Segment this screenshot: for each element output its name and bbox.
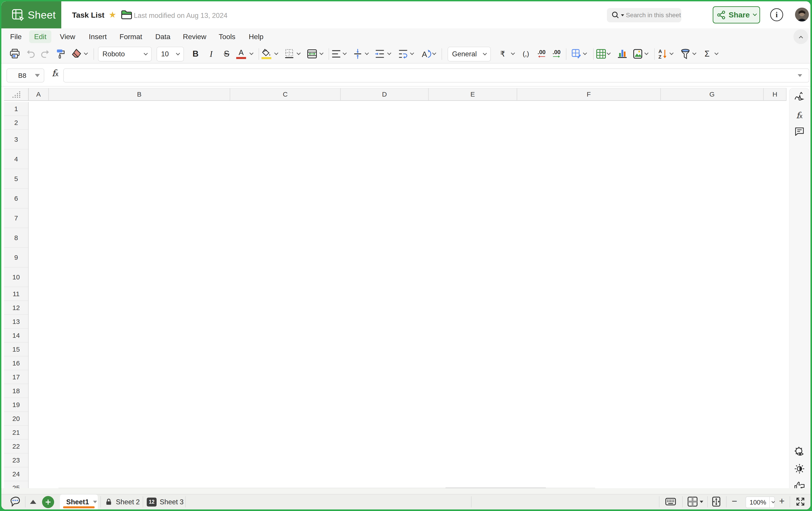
row-header-6[interactable]: 6 <box>4 189 29 208</box>
font-family-select[interactable]: Roboto <box>98 47 152 61</box>
row-header-9[interactable]: 9 <box>4 248 29 267</box>
fit-to-screen-button[interactable] <box>710 495 722 508</box>
freeze-panes-button[interactable] <box>687 495 699 508</box>
chart-button[interactable] <box>616 48 628 60</box>
conditional-format-button[interactable] <box>571 48 582 60</box>
comments-panel-button[interactable] <box>9 495 21 508</box>
column-header-B[interactable]: B <box>49 88 230 101</box>
menu-data[interactable]: Data <box>150 30 175 43</box>
zoom-level-select[interactable]: 100% <box>746 497 775 508</box>
bold-button[interactable]: B <box>193 49 199 59</box>
menu-format[interactable]: Format <box>115 30 147 43</box>
currency-button[interactable]: ₹ <box>500 50 505 58</box>
sheet-tab-menu-arrow[interactable] <box>93 501 97 503</box>
search-input[interactable]: Search in this sheet <box>607 8 682 22</box>
undo-button[interactable] <box>25 48 36 60</box>
fill-color-chevron[interactable] <box>275 53 278 55</box>
row-header-16[interactable]: 16 <box>4 356 29 370</box>
italic-button[interactable]: I <box>210 49 212 59</box>
row-header-4[interactable]: 4 <box>4 149 29 169</box>
favorite-star-icon[interactable]: ★ <box>109 10 116 20</box>
sheet-tab-active[interactable]: Sheet1 <box>60 494 98 509</box>
row-header-7[interactable]: 7 <box>4 208 29 228</box>
table-button[interactable] <box>595 48 607 60</box>
strikethrough-button[interactable]: S <box>224 49 230 59</box>
cell-reference-dropdown[interactable] <box>35 74 40 77</box>
clear-format-chevron[interactable] <box>85 53 87 55</box>
avatar[interactable] <box>795 8 809 22</box>
row-header-12[interactable]: 12 <box>4 301 29 315</box>
column-header-E[interactable]: E <box>429 88 517 101</box>
freeze-panes-arrow[interactable] <box>700 501 703 503</box>
zoom-in-button[interactable]: + <box>779 496 785 507</box>
sum-chevron[interactable] <box>715 53 718 55</box>
menu-tools[interactable]: Tools <box>214 30 240 43</box>
row-header-3[interactable]: 3 <box>4 130 29 149</box>
filter-button[interactable] <box>679 48 691 60</box>
row-header-15[interactable]: 15 <box>4 342 29 356</box>
filter-chevron[interactable] <box>693 53 696 55</box>
conditional-format-chevron[interactable] <box>584 53 586 55</box>
borders-button[interactable] <box>283 48 295 60</box>
row-header-21[interactable]: 21 <box>4 426 29 440</box>
column-header-H[interactable]: H <box>764 88 786 101</box>
row-header-24[interactable]: 24 <box>4 467 29 481</box>
sort-button[interactable]: AZ <box>657 48 669 60</box>
vertical-align-chevron[interactable] <box>366 53 369 55</box>
formula-history-dropdown[interactable] <box>798 74 802 77</box>
fill-color-button[interactable] <box>261 49 271 59</box>
sheet-tab-2[interactable]: Sheet 2 <box>105 494 140 509</box>
indent-button[interactable] <box>374 48 386 60</box>
image-button[interactable] <box>632 48 643 60</box>
borders-chevron[interactable] <box>297 53 300 55</box>
row-header-8[interactable]: 8 <box>4 228 29 248</box>
currency-chevron[interactable] <box>512 53 515 55</box>
row-header-11[interactable]: 11 <box>4 287 29 301</box>
column-header-G[interactable]: G <box>661 88 764 101</box>
row-header-18[interactable]: 18 <box>4 384 29 398</box>
column-header-A[interactable]: A <box>29 88 49 101</box>
number-format-select[interactable]: General <box>447 47 491 61</box>
collapse-toolbar-button[interactable] <box>793 29 808 44</box>
text-rotate-button[interactable]: A <box>419 48 432 60</box>
spreadsheet-grid[interactable]: ABCDEFGH 1234567891011121314151617181920… <box>1 87 810 494</box>
table-chevron[interactable] <box>607 53 610 55</box>
row-header-2[interactable]: 2 <box>4 116 29 130</box>
font-size-select[interactable]: 10 <box>156 47 184 61</box>
add-sheet-button[interactable] <box>42 496 54 508</box>
format-painter-button[interactable] <box>55 48 66 60</box>
keyboard-shortcuts-button[interactable] <box>665 495 677 508</box>
view-settings-icon[interactable] <box>793 446 806 459</box>
share-button[interactable]: Share <box>713 6 760 24</box>
sort-chevron[interactable] <box>670 53 673 55</box>
row-header-20[interactable]: 20 <box>4 412 29 426</box>
row-header-19[interactable]: 19 <box>4 398 29 412</box>
print-button[interactable] <box>9 48 21 60</box>
menu-edit[interactable]: Edit <box>29 30 51 43</box>
row-header-17[interactable]: 17 <box>4 370 29 384</box>
column-header-D[interactable]: D <box>341 88 429 101</box>
vertical-align-button[interactable] <box>352 48 364 60</box>
sheet-tab-3[interactable]: 12 Sheet 3 <box>147 494 184 509</box>
formula-input[interactable] <box>63 68 809 83</box>
menu-help[interactable]: Help <box>244 30 268 43</box>
cell-reference-box[interactable]: B8 <box>6 68 44 83</box>
row-header-23[interactable]: 23 <box>4 453 29 467</box>
comma-style-button[interactable]: (,) <box>523 50 529 58</box>
menu-review[interactable]: Review <box>178 30 211 43</box>
redo-button[interactable] <box>39 48 51 60</box>
merge-cells-chevron[interactable] <box>320 53 323 55</box>
search-options-arrow[interactable] <box>621 14 624 16</box>
zia-assistant-icon[interactable] <box>794 91 805 103</box>
sheet-list-button[interactable] <box>30 500 36 504</box>
appearance-icon[interactable] <box>794 463 805 475</box>
comments-icon[interactable] <box>794 126 805 138</box>
menu-file[interactable]: File <box>5 30 27 43</box>
image-chevron[interactable] <box>645 53 648 55</box>
row-header-10[interactable]: 10 <box>4 267 29 287</box>
info-button[interactable]: i <box>770 8 783 21</box>
row-header-22[interactable]: 22 <box>4 440 29 453</box>
text-wrap-chevron[interactable] <box>411 53 414 55</box>
horizontal-align-button[interactable] <box>330 48 342 60</box>
row-header-13[interactable]: 13 <box>4 315 29 329</box>
